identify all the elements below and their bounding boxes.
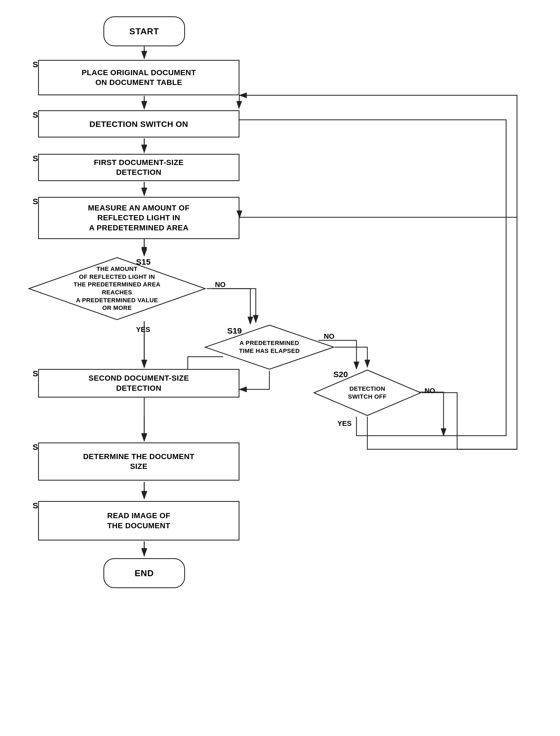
flowchart: START S11 PLACE ORIGINAL DOCUMENT ON DOC… [0, 0, 560, 736]
process-s12: DETECTION SWITCH ON [38, 110, 239, 137]
s15-yes-label: YES [136, 325, 150, 334]
process-s11: PLACE ORIGINAL DOCUMENT ON DOCUMENT TABL… [38, 60, 239, 95]
process-s18: READ IMAGE OF THE DOCUMENT [38, 501, 239, 541]
process-s16: SECOND DOCUMENT-SIZE DETECTION [38, 369, 239, 398]
end-terminal: END [103, 558, 185, 588]
start-terminal: START [103, 16, 185, 46]
process-s13: FIRST DOCUMENT-SIZE DETECTION [38, 154, 239, 181]
process-s17: DETERMINE THE DOCUMENT SIZE [38, 443, 239, 481]
s20-no-label: NO [424, 387, 435, 395]
s20-yes-label: YES [337, 419, 352, 428]
diamond-s15: THE AMOUNT OF REFLECTED LIGHT IN THE PRE… [27, 256, 207, 321]
diamond-s19: A PREDETERMINED TIME HAS ELAPSED [204, 324, 335, 370]
s19-no-label: NO [324, 332, 334, 340]
s15-no-label: NO [215, 280, 226, 289]
diamond-s20: DETECTION SWITCH OFF [313, 369, 422, 417]
process-s14: MEASURE AN AMOUNT OF REFLECTED LIGHT IN … [38, 197, 239, 239]
